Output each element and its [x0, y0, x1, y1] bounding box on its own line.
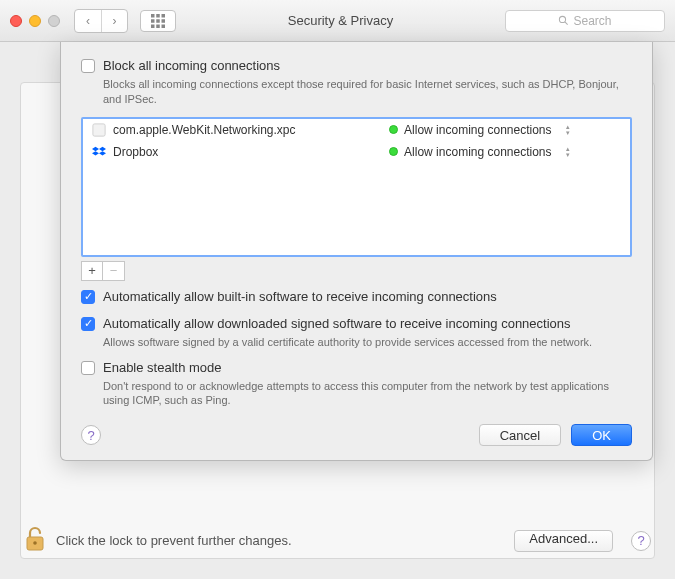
help-button[interactable]: ? [81, 425, 101, 445]
search-input[interactable]: Search [505, 10, 665, 32]
block-all-label: Block all incoming connections [103, 58, 280, 73]
window-titlebar: ‹ › Security & Privacy Search [0, 0, 675, 42]
lock-button[interactable] [24, 526, 46, 555]
auto-signed-checkbox[interactable] [81, 317, 95, 331]
svg-rect-3 [151, 19, 155, 23]
list-item[interactable]: com.apple.WebKit.Networking.xpc Allow in… [83, 119, 630, 141]
app-name: Dropbox [113, 145, 389, 159]
svg-point-17 [33, 541, 37, 545]
list-item[interactable]: Dropbox Allow incoming connections ▴▾ [83, 141, 630, 163]
ok-button[interactable]: OK [571, 424, 632, 446]
svg-rect-5 [162, 19, 166, 23]
svg-marker-13 [99, 146, 106, 150]
stepper-icon: ▴▾ [562, 124, 574, 136]
svg-point-9 [560, 16, 566, 22]
stealth-label: Enable stealth mode [103, 360, 222, 375]
svg-rect-7 [156, 24, 160, 28]
close-window-icon[interactable] [10, 15, 22, 27]
svg-marker-12 [92, 146, 99, 150]
lock-open-icon [24, 526, 46, 552]
auto-signed-label: Automatically allow downloaded signed so… [103, 316, 571, 331]
nav-buttons: ‹ › [74, 9, 128, 33]
svg-rect-4 [156, 19, 160, 23]
status-allow-icon [389, 125, 398, 134]
show-all-button[interactable] [140, 10, 176, 32]
chevron-right-icon: › [113, 14, 117, 28]
app-status-label: Allow incoming connections [404, 123, 551, 137]
svg-rect-0 [151, 14, 155, 18]
svg-rect-1 [156, 14, 160, 18]
block-all-checkbox[interactable] [81, 59, 95, 73]
app-name: com.apple.WebKit.Networking.xpc [113, 123, 389, 137]
back-button[interactable]: ‹ [75, 10, 101, 32]
chevron-left-icon: ‹ [86, 14, 90, 28]
svg-rect-6 [151, 24, 155, 28]
firewall-options-sheet: Block all incoming connections Blocks al… [60, 42, 653, 461]
grid-icon [151, 14, 165, 28]
app-generic-icon [91, 122, 107, 138]
help-icon: ? [87, 428, 94, 443]
minus-icon: − [110, 263, 118, 278]
plus-icon: + [88, 263, 96, 278]
auto-signed-description: Allows software signed by a valid certif… [103, 335, 632, 350]
stealth-description: Don't respond to or acknowledge attempts… [103, 379, 632, 409]
lock-text: Click the lock to prevent further change… [56, 533, 292, 548]
svg-marker-14 [92, 151, 99, 155]
apps-list[interactable]: com.apple.WebKit.Networking.xpc Allow in… [81, 117, 632, 257]
cancel-button[interactable]: Cancel [479, 424, 561, 446]
svg-rect-2 [162, 14, 166, 18]
advanced-button[interactable]: Advanced... [514, 530, 613, 552]
stepper-icon: ▴▾ [562, 146, 574, 158]
minimize-window-icon[interactable] [29, 15, 41, 27]
search-placeholder: Search [573, 14, 611, 28]
auto-builtin-checkbox[interactable] [81, 290, 95, 304]
svg-marker-15 [99, 151, 106, 155]
add-remove-controls: + − [81, 261, 632, 281]
help-button[interactable]: ? [631, 531, 651, 551]
add-app-button[interactable]: + [81, 261, 103, 281]
auto-builtin-label: Automatically allow built-in software to… [103, 289, 497, 304]
block-all-description: Blocks all incoming connections except t… [103, 77, 632, 107]
app-dropbox-icon [91, 144, 107, 160]
zoom-window-icon [48, 15, 60, 27]
forward-button[interactable]: › [101, 10, 127, 32]
status-allow-icon [389, 147, 398, 156]
window-title: Security & Privacy [184, 13, 497, 28]
svg-line-10 [565, 22, 568, 25]
app-status-selector[interactable]: Allow incoming connections ▴▾ [389, 123, 622, 137]
stealth-checkbox[interactable] [81, 361, 95, 375]
app-status-selector[interactable]: Allow incoming connections ▴▾ [389, 145, 622, 159]
remove-app-button[interactable]: − [103, 261, 125, 281]
svg-rect-8 [162, 24, 166, 28]
panel-footer: Click the lock to prevent further change… [24, 526, 651, 555]
svg-rect-11 [93, 124, 105, 136]
search-icon [558, 15, 569, 26]
app-status-label: Allow incoming connections [404, 145, 551, 159]
help-icon: ? [637, 533, 644, 548]
traffic-lights [10, 15, 60, 27]
